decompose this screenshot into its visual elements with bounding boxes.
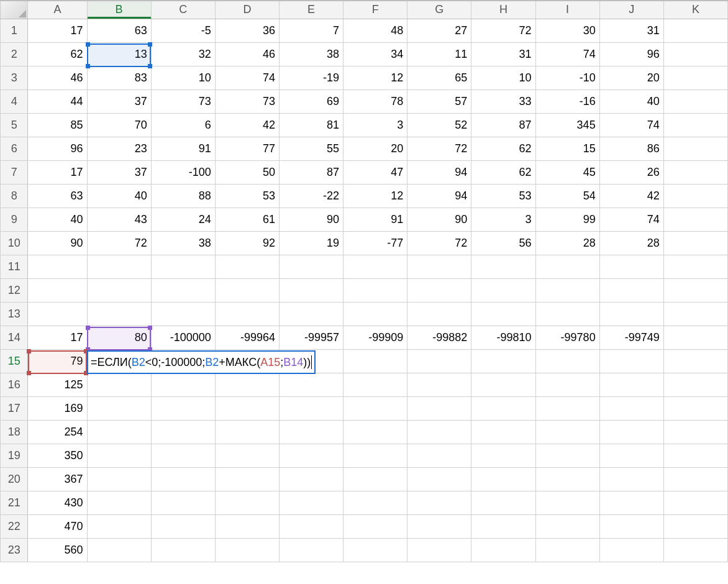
- cell-E10[interactable]: 19: [279, 231, 343, 255]
- cell-A17[interactable]: 169: [28, 396, 87, 420]
- row-header-21[interactable]: 21: [1, 491, 28, 514]
- cell-D8[interactable]: 53: [215, 184, 279, 208]
- cell-G16[interactable]: [407, 373, 471, 396]
- cell-F15[interactable]: [344, 349, 407, 373]
- cell-G7[interactable]: 94: [407, 160, 471, 184]
- select-all-corner[interactable]: [1, 1, 28, 19]
- row-header-1[interactable]: 1: [1, 19, 28, 42]
- spreadsheet[interactable]: ABCDEFGHIJK 11763-5367482772303126213324…: [0, 0, 728, 584]
- cell-A22[interactable]: 470: [28, 514, 87, 538]
- row-header-7[interactable]: 7: [1, 160, 28, 184]
- cell-E21[interactable]: [279, 491, 343, 514]
- cell-B21[interactable]: [87, 491, 151, 514]
- cell-C3[interactable]: 10: [151, 66, 215, 89]
- cell-H9[interactable]: 3: [471, 208, 535, 231]
- cell-A2[interactable]: 62: [28, 42, 87, 66]
- row-header-12[interactable]: 12: [1, 278, 28, 302]
- cell-G11[interactable]: [407, 255, 471, 278]
- cell-J5[interactable]: 74: [599, 113, 663, 137]
- cell-A12[interactable]: [28, 278, 87, 302]
- cell-F12[interactable]: [344, 278, 407, 302]
- cell-C7[interactable]: -100: [151, 160, 215, 184]
- cell-C22[interactable]: [151, 514, 215, 538]
- row-header-9[interactable]: 9: [1, 208, 28, 231]
- cell-H12[interactable]: [471, 278, 535, 302]
- cell-C17[interactable]: [151, 396, 215, 420]
- cell-D22[interactable]: [215, 514, 279, 538]
- cell-K18[interactable]: [663, 420, 727, 444]
- cell-E13[interactable]: [279, 302, 343, 326]
- cell-F20[interactable]: [344, 467, 407, 491]
- cell-B2[interactable]: 13: [87, 42, 151, 66]
- cell-B16[interactable]: [87, 373, 151, 396]
- cell-C2[interactable]: 32: [151, 42, 215, 66]
- cell-E8[interactable]: -22: [279, 184, 343, 208]
- cell-K8[interactable]: [663, 184, 727, 208]
- row-header-16[interactable]: 16: [1, 373, 28, 396]
- cell-A11[interactable]: [28, 255, 87, 278]
- cell-I22[interactable]: [535, 514, 599, 538]
- cell-E22[interactable]: [279, 514, 343, 538]
- cell-A1[interactable]: 17: [28, 19, 87, 42]
- cell-A19[interactable]: 350: [28, 444, 87, 467]
- cell-G15[interactable]: [407, 349, 471, 373]
- cell-I6[interactable]: 15: [535, 137, 599, 160]
- cell-K1[interactable]: [663, 19, 727, 42]
- cell-F7[interactable]: 47: [344, 160, 407, 184]
- col-header-g[interactable]: G: [407, 1, 471, 19]
- cell-J6[interactable]: 86: [599, 137, 663, 160]
- row-header-19[interactable]: 19: [1, 444, 28, 467]
- cell-J8[interactable]: 42: [599, 184, 663, 208]
- cell-I8[interactable]: 54: [535, 184, 599, 208]
- cell-G13[interactable]: [407, 302, 471, 326]
- cell-I10[interactable]: 28: [535, 231, 599, 255]
- cell-K20[interactable]: [663, 467, 727, 491]
- cell-H19[interactable]: [471, 444, 535, 467]
- cell-A5[interactable]: 85: [28, 113, 87, 137]
- cell-C19[interactable]: [151, 444, 215, 467]
- cell-K2[interactable]: [663, 42, 727, 66]
- cell-G3[interactable]: 65: [407, 66, 471, 89]
- cell-H3[interactable]: 10: [471, 66, 535, 89]
- cell-J16[interactable]: [599, 373, 663, 396]
- row-header-15[interactable]: 15: [1, 349, 28, 373]
- cell-K19[interactable]: [663, 444, 727, 467]
- cell-I16[interactable]: [535, 373, 599, 396]
- cell-H11[interactable]: [471, 255, 535, 278]
- row-header-6[interactable]: 6: [1, 137, 28, 160]
- cell-J11[interactable]: [599, 255, 663, 278]
- cell-H5[interactable]: 87: [471, 113, 535, 137]
- cell-A18[interactable]: 254: [28, 420, 87, 444]
- cell-H16[interactable]: [471, 373, 535, 396]
- cell-H6[interactable]: 62: [471, 137, 535, 160]
- cell-J17[interactable]: [599, 396, 663, 420]
- cell-C10[interactable]: 38: [151, 231, 215, 255]
- cell-J1[interactable]: 31: [599, 19, 663, 42]
- cell-I4[interactable]: -16: [535, 89, 599, 113]
- cell-C15[interactable]: [151, 349, 215, 373]
- cell-I15[interactable]: [535, 349, 599, 373]
- row-header-23[interactable]: 23: [1, 538, 28, 562]
- cell-I11[interactable]: [535, 255, 599, 278]
- cell-A23[interactable]: 560: [28, 538, 87, 562]
- cell-G18[interactable]: [407, 420, 471, 444]
- cell-E5[interactable]: 81: [279, 113, 343, 137]
- cell-H7[interactable]: 62: [471, 160, 535, 184]
- cell-I19[interactable]: [535, 444, 599, 467]
- cell-K15[interactable]: [663, 349, 727, 373]
- cell-F18[interactable]: [344, 420, 407, 444]
- cell-F22[interactable]: [344, 514, 407, 538]
- cell-C5[interactable]: 6: [151, 113, 215, 137]
- cell-C12[interactable]: [151, 278, 215, 302]
- cell-H10[interactable]: 56: [471, 231, 535, 255]
- cell-B20[interactable]: [87, 467, 151, 491]
- cell-G23[interactable]: [407, 538, 471, 562]
- cell-K9[interactable]: [663, 208, 727, 231]
- cell-J15[interactable]: [599, 349, 663, 373]
- cell-F21[interactable]: [344, 491, 407, 514]
- row-header-8[interactable]: 8: [1, 184, 28, 208]
- cell-D12[interactable]: [215, 278, 279, 302]
- cell-B10[interactable]: 72: [87, 231, 151, 255]
- cell-E11[interactable]: [279, 255, 343, 278]
- cell-D6[interactable]: 77: [215, 137, 279, 160]
